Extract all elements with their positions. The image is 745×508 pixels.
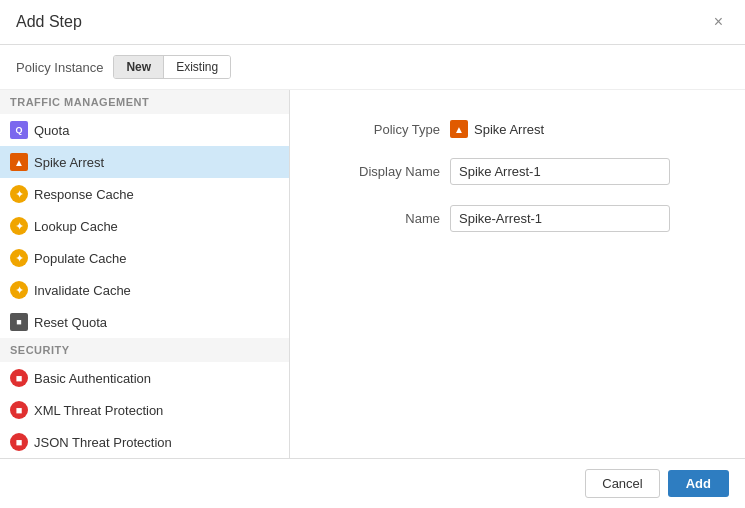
dialog-header: Add Step × bbox=[0, 0, 745, 45]
cancel-button[interactable]: Cancel bbox=[585, 469, 659, 498]
policy-instance-row: Policy Instance New Existing bbox=[0, 45, 745, 90]
list-item-label: Spike Arrest bbox=[34, 155, 104, 170]
dialog-body: TRAFFIC MANAGEMENT Q Quota ▲ Spike Arres… bbox=[0, 90, 745, 458]
dialog-title: Add Step bbox=[16, 13, 82, 31]
name-input[interactable] bbox=[450, 205, 670, 232]
left-panel: TRAFFIC MANAGEMENT Q Quota ▲ Spike Arres… bbox=[0, 90, 290, 458]
display-name-label: Display Name bbox=[330, 164, 440, 179]
invalidate-cache-icon: ✦ bbox=[10, 281, 28, 299]
list-item-label: Basic Authentication bbox=[34, 371, 151, 386]
lookup-cache-icon: ✦ bbox=[10, 217, 28, 235]
right-panel: Policy Type ▲ Spike Arrest Display Name … bbox=[290, 90, 745, 458]
list-item-reset-quota[interactable]: ■ Reset Quota bbox=[0, 306, 289, 338]
policy-instance-label: Policy Instance bbox=[16, 60, 103, 75]
reset-quota-icon: ■ bbox=[10, 313, 28, 331]
list-item-label: Invalidate Cache bbox=[34, 283, 131, 298]
list-item-json-threat[interactable]: ■ JSON Threat Protection bbox=[0, 426, 289, 458]
list-item-label: Quota bbox=[34, 123, 69, 138]
list-item-spike-arrest[interactable]: ▲ Spike Arrest bbox=[0, 146, 289, 178]
json-threat-icon: ■ bbox=[10, 433, 28, 451]
list-item-xml-threat[interactable]: ■ XML Threat Protection bbox=[0, 394, 289, 426]
response-cache-icon: ✦ bbox=[10, 185, 28, 203]
spike-arrest-icon: ▲ bbox=[10, 153, 28, 171]
add-step-dialog: Add Step × Policy Instance New Existing … bbox=[0, 0, 745, 508]
section-security: SECURITY bbox=[0, 338, 289, 362]
new-toggle-button[interactable]: New bbox=[114, 56, 164, 78]
policy-type-row: Policy Type ▲ Spike Arrest bbox=[330, 120, 705, 138]
policy-type-text: Spike Arrest bbox=[474, 122, 544, 137]
policy-type-icon: ▲ bbox=[450, 120, 468, 138]
xml-threat-icon: ■ bbox=[10, 401, 28, 419]
populate-cache-icon: ✦ bbox=[10, 249, 28, 267]
display-name-input[interactable] bbox=[450, 158, 670, 185]
basic-auth-icon: ■ bbox=[10, 369, 28, 387]
section-traffic-management: TRAFFIC MANAGEMENT bbox=[0, 90, 289, 114]
name-row: Name bbox=[330, 205, 705, 232]
list-item-invalidate-cache[interactable]: ✦ Invalidate Cache bbox=[0, 274, 289, 306]
display-name-row: Display Name bbox=[330, 158, 705, 185]
list-item-label: Reset Quota bbox=[34, 315, 107, 330]
list-item-label: XML Threat Protection bbox=[34, 403, 163, 418]
list-item-basic-auth[interactable]: ■ Basic Authentication bbox=[0, 362, 289, 394]
dialog-footer: Cancel Add bbox=[0, 458, 745, 508]
list-item-label: Lookup Cache bbox=[34, 219, 118, 234]
policy-type-value: ▲ Spike Arrest bbox=[450, 120, 544, 138]
list-item-populate-cache[interactable]: ✦ Populate Cache bbox=[0, 242, 289, 274]
close-button[interactable]: × bbox=[708, 12, 729, 32]
list-item-label: Populate Cache bbox=[34, 251, 127, 266]
list-item-response-cache[interactable]: ✦ Response Cache bbox=[0, 178, 289, 210]
policy-type-label: Policy Type bbox=[330, 122, 440, 137]
existing-toggle-button[interactable]: Existing bbox=[164, 56, 230, 78]
list-item-label: JSON Threat Protection bbox=[34, 435, 172, 450]
list-item-lookup-cache[interactable]: ✦ Lookup Cache bbox=[0, 210, 289, 242]
list-item-label: Response Cache bbox=[34, 187, 134, 202]
add-button[interactable]: Add bbox=[668, 470, 729, 497]
policy-instance-toggle-group: New Existing bbox=[113, 55, 231, 79]
name-label: Name bbox=[330, 211, 440, 226]
list-item-quota[interactable]: Q Quota bbox=[0, 114, 289, 146]
quota-icon: Q bbox=[10, 121, 28, 139]
